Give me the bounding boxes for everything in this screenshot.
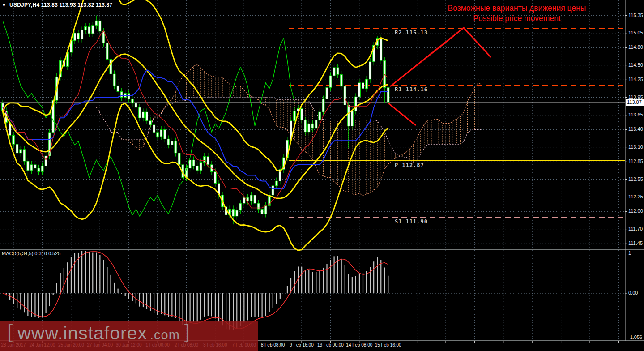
candle-body [160,129,162,137]
macd-axis-zero: 0.00 [628,290,638,295]
candle-body [369,62,371,79]
candle-body [171,141,173,145]
candle-body [146,112,148,121]
candle-body [30,165,33,171]
annotation-ru: Возможные варианты движения цены [409,4,624,13]
candle-body [329,76,332,87]
watermark: [www.instaforex.com] [7,321,190,344]
candle-body [322,99,324,112]
candle-body [358,83,360,97]
candle-body [275,181,277,185]
candle-body [340,75,342,86]
candle-body [214,172,216,184]
current-price-badge: 113.87 [626,99,644,106]
price-chart-canvas[interactable] [0,0,644,351]
candle-body [294,111,296,121]
price-tick-label: 114.80 [628,44,643,50]
price-tick-label: 113.40 [628,126,643,132]
candle-body [48,133,51,156]
time-tick-label: 14 Feb 08:00 [346,342,372,347]
chart-title-bar: ▼USDJPY,H4 113.83 113.93 113.82 113.87 [2,2,112,8]
pivot-label: S1 111.90 [395,218,428,225]
macd-axis-top: 1 [628,250,631,256]
candle-body [315,120,317,128]
price-tick-label: 112.85 [628,158,643,164]
candle-body [157,133,159,137]
price-tick-label: 111.70 [628,226,643,231]
candle-body [77,33,80,39]
macd-indicator-label: MACD(5,34,5) 0.310 0.525 [2,251,60,256]
candle-body [45,156,47,166]
time-tick-label: 15 Feb 16:00 [375,342,401,347]
candle-body [117,86,119,91]
candle-body [178,153,180,165]
candle-body [250,195,252,201]
candle-body [81,30,83,39]
candle-body [380,39,382,61]
candle-body [311,124,314,128]
candle-body [38,168,40,172]
pivot-label: R2 115.13 [395,30,428,36]
candle-body [254,195,256,203]
candle-body [337,68,339,75]
candle-body [301,108,303,120]
candle-body [113,74,115,86]
candle-body [74,33,76,41]
time-tick-label: 8 Feb 08:00 [261,342,285,347]
candle-body [128,93,130,99]
candle-body [261,209,263,214]
candle-body [41,166,43,171]
candle-body [153,125,155,133]
candle-body [239,203,242,210]
candle-body [23,150,26,161]
candle-body [272,186,274,195]
price-tick-label: 112.25 [628,194,643,199]
candle-body [131,99,133,103]
candle-body [384,60,386,87]
candle-body [175,141,177,153]
candle-body [319,112,321,120]
candle-body [196,166,198,170]
candle-body [164,129,166,139]
candle-body [167,139,170,145]
candle-body [232,209,235,216]
pivot-label: P 112.87 [395,162,424,168]
time-tick-label: 13 Feb 00:00 [317,342,344,347]
candle-body [362,83,364,89]
price-tick-label: 112.00 [628,208,643,214]
candle-body [92,26,94,34]
candle-body [27,161,29,171]
candle-body [192,160,195,166]
watermark-bracket-left: [ [7,321,13,342]
price-tick-label: 113.10 [628,144,643,150]
candle-body [88,26,90,34]
price-tick-label: 115.05 [628,30,643,35]
price-tick-label: 115.35 [628,13,643,18]
candle-body [149,121,152,125]
candle-body [99,21,101,31]
candle-body [13,135,15,144]
candle-body [347,105,350,126]
pivot-label: R1 114.16 [395,86,428,93]
price-tick-label: 112.55 [628,176,643,182]
candle-body [20,150,22,153]
candle-body [387,87,389,102]
candle-body [34,165,36,168]
price-tick-label: 111.45 [628,240,643,246]
candle-body [308,124,310,132]
time-tick-label: 9 Feb 16:00 [290,342,313,347]
symbol-dropdown-icon[interactable]: ▼ [2,3,6,8]
annotation-en: Possible price movement [409,14,624,23]
candle-body [243,197,245,203]
candle-body [304,120,307,132]
watermark-suffix: .com [150,328,180,342]
candle-body [106,43,108,60]
candle-body [351,111,353,126]
candle-body [344,86,346,105]
candle-body [110,60,112,74]
candle-body [142,112,144,118]
price-tick-label: 114.50 [628,62,643,68]
candle-body [326,87,328,99]
candle-body [120,91,123,97]
candle-body [16,144,18,153]
